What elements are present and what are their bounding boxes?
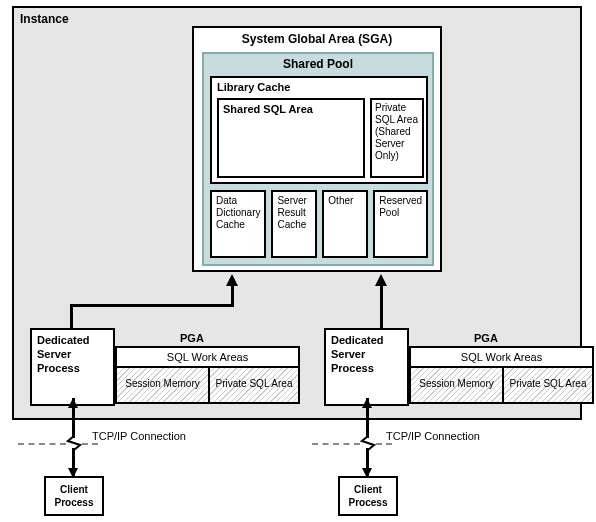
client-process-box: Client Process <box>44 476 104 516</box>
arrow-head-icon <box>375 274 387 286</box>
pga-label: PGA <box>180 332 204 344</box>
dedicated-server-process-box: Dedicated Server Process <box>324 328 409 406</box>
arrow-head-icon <box>362 398 372 408</box>
tcpip-label: TCP/IP Connection <box>92 430 186 442</box>
dedicated-server-group-left: Dedicated Server Process PGA SQL Work Ar… <box>30 328 302 406</box>
server-result-cache-box: Server Result Cache <box>271 190 317 258</box>
dashed-line <box>82 443 98 445</box>
dashed-line <box>18 443 66 445</box>
pga-box: SQL Work Areas Session Memory Private SQ… <box>115 346 300 406</box>
tcpip-label: TCP/IP Connection <box>386 430 480 442</box>
library-cache-title: Library Cache <box>217 81 290 93</box>
library-cache-box: Library Cache Shared SQL Area Private SQ… <box>210 76 428 184</box>
arrow-segment <box>70 304 73 330</box>
session-memory-box: Session Memory <box>409 368 504 404</box>
private-sql-area-shared-server-box: Private SQL Area (Shared Server Only) <box>370 98 424 178</box>
pga-label: PGA <box>474 332 498 344</box>
reserved-pool-box: Reserved Pool <box>373 190 428 258</box>
pga-bottom-row: Session Memory Private SQL Area <box>409 368 594 404</box>
shared-sql-area-label: Shared SQL Area <box>219 100 363 118</box>
arrow-segment <box>231 284 234 306</box>
sga-title: System Global Area (SGA) <box>194 28 440 50</box>
shared-sql-area-box: Shared SQL Area <box>217 98 365 178</box>
pga-box: SQL Work Areas Session Memory Private SQ… <box>409 346 594 406</box>
arrow-segment <box>70 304 234 307</box>
session-memory-box: Session Memory <box>115 368 210 404</box>
instance-container: Instance System Global Area (SGA) Shared… <box>12 6 582 420</box>
arrow-segment <box>380 284 383 328</box>
other-box: Other <box>322 190 368 258</box>
dashed-line <box>312 443 360 445</box>
private-sql-area-box: Private SQL Area <box>504 368 594 404</box>
sql-work-areas-box: SQL Work Areas <box>409 346 594 368</box>
arrow-head-icon <box>68 398 78 408</box>
pga-bottom-row: Session Memory Private SQL Area <box>115 368 300 404</box>
client-process-box: Client Process <box>338 476 398 516</box>
data-dictionary-cache-box: Data Dictionary Cache <box>210 190 266 258</box>
sga-box: System Global Area (SGA) Shared Pool Lib… <box>192 26 442 272</box>
sql-work-areas-box: SQL Work Areas <box>115 346 300 368</box>
arrow-head-icon <box>226 274 238 286</box>
private-sql-area-box: Private SQL Area <box>210 368 300 404</box>
dedicated-server-group-right: Dedicated Server Process PGA SQL Work Ar… <box>324 328 596 406</box>
dashed-line <box>376 443 392 445</box>
dedicated-server-process-box: Dedicated Server Process <box>30 328 115 406</box>
shared-pool-box: Shared Pool Library Cache Shared SQL Are… <box>202 52 434 266</box>
instance-label: Instance <box>20 12 69 26</box>
shared-pool-title: Shared Pool <box>204 54 432 74</box>
shared-pool-row: Data Dictionary Cache Server Result Cach… <box>210 190 428 258</box>
